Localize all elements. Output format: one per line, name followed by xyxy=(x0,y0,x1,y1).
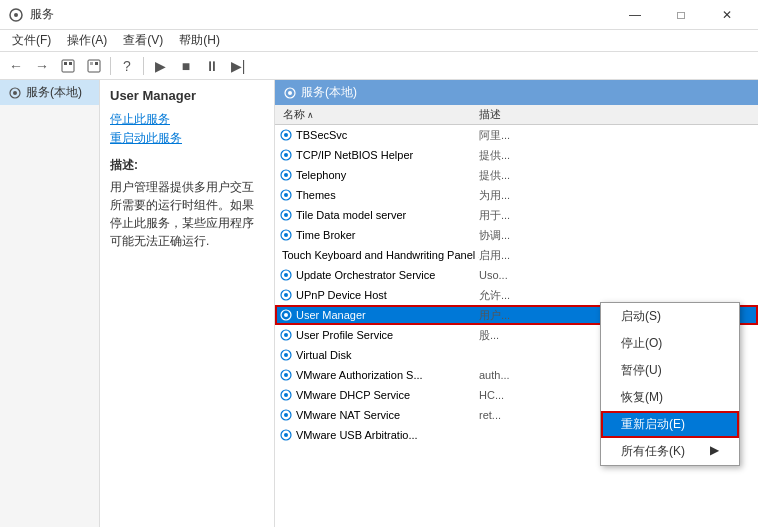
context-menu-item[interactable]: 所有任务(K)▶ xyxy=(601,438,739,465)
table-row[interactable]: Telephony提供... xyxy=(275,165,758,185)
svg-point-43 xyxy=(284,433,288,437)
service-desc: 启用... xyxy=(479,248,754,263)
service-name: Themes xyxy=(279,188,479,202)
service-icon xyxy=(279,148,293,162)
table-row[interactable]: TCP/IP NetBIOS Helper提供... xyxy=(275,145,758,165)
service-name: UPnP Device Host xyxy=(279,288,479,302)
close-button[interactable]: ✕ xyxy=(704,0,750,30)
service-icon xyxy=(279,208,293,222)
context-menu-item[interactable]: 停止(O) xyxy=(601,330,739,357)
table-row[interactable]: Tile Data model server用于... xyxy=(275,205,758,225)
service-desc: Uso... xyxy=(479,269,754,281)
svg-point-23 xyxy=(284,233,288,237)
menu-view[interactable]: 查看(V) xyxy=(115,30,171,51)
table-row[interactable]: Time Broker协调... xyxy=(275,225,758,245)
context-menu: 启动(S)停止(O)暂停(U)恢复(M)重新启动(E)所有任务(K)▶ xyxy=(600,302,740,466)
stop-service-link[interactable]: 停止此服务 xyxy=(110,111,264,128)
svg-point-31 xyxy=(284,313,288,317)
service-icon xyxy=(279,228,293,242)
service-icon xyxy=(279,388,293,402)
service-name: Touch Keyboard and Handwriting Panel Ser… xyxy=(279,248,479,262)
menu-file[interactable]: 文件(F) xyxy=(4,30,59,51)
nav-services-icon xyxy=(8,86,22,100)
svg-point-39 xyxy=(284,393,288,397)
submenu-arrow-icon: ▶ xyxy=(710,443,719,457)
service-name: VMware USB Arbitratio... xyxy=(279,428,479,442)
toolbar: ← → ? ▶ ■ ⏸ ▶| xyxy=(0,52,758,80)
restart-button[interactable]: ▶| xyxy=(226,55,250,77)
service-desc: 协调... xyxy=(479,228,754,243)
main-layout: 服务(本地) User Manager 停止此服务 重启动此服务 描述: 用户管… xyxy=(0,80,758,527)
menu-action[interactable]: 操作(A) xyxy=(59,30,115,51)
context-menu-item[interactable]: 启动(S) xyxy=(601,303,739,330)
svg-point-29 xyxy=(284,293,288,297)
col-desc-header[interactable]: 描述 xyxy=(479,107,754,122)
services-header-label: 服务(本地) xyxy=(301,84,357,101)
service-name: TBSecSvc xyxy=(279,128,479,142)
info-desc-title: 描述: xyxy=(110,157,264,174)
info-desc-text: 用户管理器提供多用户交互所需要的运行时组件。如果停止此服务，某些应用程序可能无法… xyxy=(110,178,264,250)
pause-button[interactable]: ⏸ xyxy=(200,55,224,77)
window-title: 服务 xyxy=(30,6,612,23)
back-button[interactable]: ← xyxy=(4,55,28,77)
service-name: VMware DHCP Service xyxy=(279,388,479,402)
service-icon xyxy=(279,168,293,182)
service-name: Tile Data model server xyxy=(279,208,479,222)
table-row[interactable]: Themes为用... xyxy=(275,185,758,205)
sort-arrow: ∧ xyxy=(307,110,314,120)
separator-2 xyxy=(143,57,144,75)
up-button[interactable] xyxy=(56,55,80,77)
svg-point-27 xyxy=(284,273,288,277)
restore-button[interactable]: □ xyxy=(658,0,704,30)
info-panel: User Manager 停止此服务 重启动此服务 描述: 用户管理器提供多用户… xyxy=(100,80,275,527)
window-controls: — □ ✕ xyxy=(612,0,750,30)
service-icon xyxy=(279,128,293,142)
context-menu-item[interactable]: 暂停(U) xyxy=(601,357,739,384)
service-desc: 用于... xyxy=(479,208,754,223)
service-icon xyxy=(279,188,293,202)
service-icon xyxy=(279,288,293,302)
restart-service-link[interactable]: 重启动此服务 xyxy=(110,130,264,147)
svg-rect-3 xyxy=(64,62,67,65)
table-header: 名称 ∧ 描述 xyxy=(275,105,758,125)
svg-point-35 xyxy=(284,353,288,357)
table-row[interactable]: Update Orchestrator ServiceUso... xyxy=(275,265,758,285)
map-button[interactable] xyxy=(82,55,106,77)
svg-point-1 xyxy=(14,13,18,17)
svg-point-13 xyxy=(284,133,288,137)
col-name-header[interactable]: 名称 ∧ xyxy=(279,107,479,122)
content-area: User Manager 停止此服务 重启动此服务 描述: 用户管理器提供多用户… xyxy=(100,80,758,527)
service-name: User Profile Service xyxy=(279,328,479,342)
service-icon xyxy=(279,408,293,422)
service-desc: 阿里... xyxy=(479,128,754,143)
service-icon xyxy=(279,428,293,442)
play-button[interactable]: ▶ xyxy=(148,55,172,77)
table-row[interactable]: TBSecSvc阿里... xyxy=(275,125,758,145)
table-row[interactable]: Touch Keyboard and Handwriting Panel Ser… xyxy=(275,245,758,265)
context-menu-item[interactable]: 重新启动(E) xyxy=(601,411,739,438)
forward-button[interactable]: → xyxy=(30,55,54,77)
stop-button[interactable]: ■ xyxy=(174,55,198,77)
service-name: VMware NAT Service xyxy=(279,408,479,422)
app-icon xyxy=(8,7,24,23)
context-menu-item[interactable]: 恢复(M) xyxy=(601,384,739,411)
separator-1 xyxy=(110,57,111,75)
service-icon xyxy=(279,368,293,382)
svg-rect-5 xyxy=(88,60,100,72)
svg-point-41 xyxy=(284,413,288,417)
title-bar: 服务 — □ ✕ xyxy=(0,0,758,30)
service-name: Telephony xyxy=(279,168,479,182)
service-name: Time Broker xyxy=(279,228,479,242)
info-service-title: User Manager xyxy=(110,88,264,103)
help-button[interactable]: ? xyxy=(115,55,139,77)
menu-help[interactable]: 帮助(H) xyxy=(171,30,228,51)
services-header: 服务(本地) xyxy=(275,80,758,105)
minimize-button[interactable]: — xyxy=(612,0,658,30)
nav-item-local-services[interactable]: 服务(本地) xyxy=(0,80,99,105)
services-header-icon xyxy=(283,86,297,100)
service-desc: 为用... xyxy=(479,188,754,203)
svg-point-15 xyxy=(284,153,288,157)
service-desc: 提供... xyxy=(479,148,754,163)
svg-point-19 xyxy=(284,193,288,197)
nav-panel: 服务(本地) xyxy=(0,80,100,527)
